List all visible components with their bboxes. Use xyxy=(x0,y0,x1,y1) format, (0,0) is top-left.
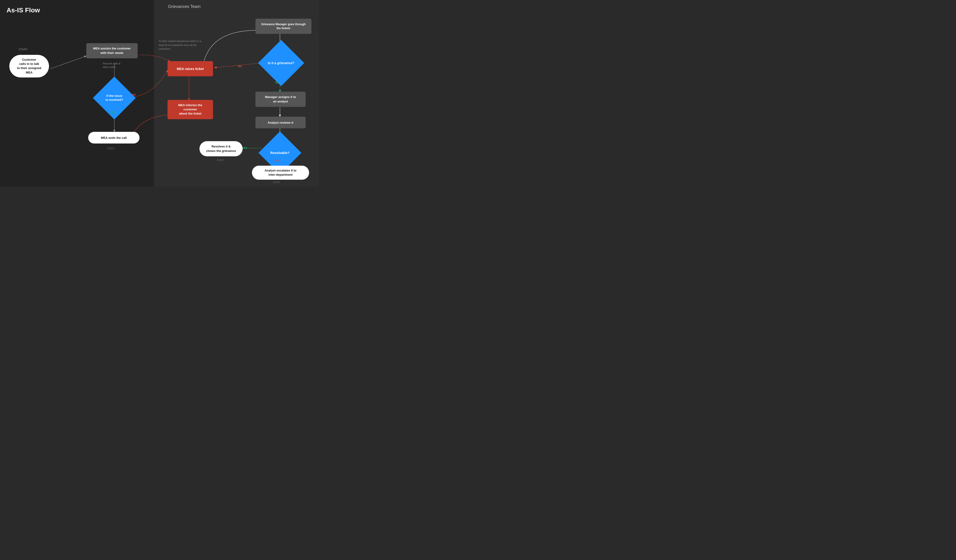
resolvable-text: Resolvable? xyxy=(270,151,289,155)
manager-assigns-text: Manager assigns it to an analyst xyxy=(265,95,296,103)
no-label-2: NO xyxy=(238,65,242,68)
if-issue-text: If the issue is resolved? xyxy=(105,94,123,102)
ends-label-1: ENDS xyxy=(107,147,115,150)
mea-assists-node: MEA assists the customer with their need… xyxy=(86,43,138,58)
manager-assigns-node: Manager assigns it to an analyst xyxy=(255,92,306,107)
is-grievance-diamond: Is it a grievance? xyxy=(261,43,301,83)
mea-informs-node: MEA informs the customer about the ticke… xyxy=(168,100,213,119)
mea-raises-ticket-text: MEA raises ticket xyxy=(177,67,204,71)
yes-label-1: YES xyxy=(110,111,115,114)
resolves-closes-text: Resolves it & closes the grievance xyxy=(206,145,236,153)
ends-label-2: ENDS xyxy=(217,159,224,162)
diagram-container: As-IS Flow Grievances Team xyxy=(0,0,319,187)
customer-calls-node: Customer calls in to talk to their assig… xyxy=(9,55,49,77)
analyst-reviews-text: Analyst reviews it xyxy=(268,121,294,124)
resolves-closes-node: Resolves it & closes the grievance xyxy=(200,141,243,156)
title-main: As-IS Flow xyxy=(6,6,40,14)
is-grievance-text: Is it a grievance? xyxy=(268,61,294,65)
no-label-1: NO xyxy=(132,93,136,96)
mea-informs-text: MEA informs the customer about the ticke… xyxy=(172,103,208,116)
ends-label-3: ENDS xyxy=(273,181,280,184)
mea-ends-call-text: MEA ends the call xyxy=(101,136,127,140)
analyst-reviews-node: Analyst reviews it xyxy=(255,117,306,128)
start-label: START xyxy=(19,48,28,51)
to-related-dept-label: To their related department which is a l… xyxy=(159,39,205,51)
records-calls-label: Records calls & takes notes xyxy=(103,62,120,69)
analyst-escalates-text: Analyst escalates it to inter-department xyxy=(264,168,297,177)
title-grievances: Grievances Team xyxy=(168,4,201,9)
analyst-escalates-node: Analyst escalates it to inter-department xyxy=(252,166,309,180)
yes-label-2: YES xyxy=(275,81,280,84)
grievance-manager-text: Grievance Manager goes through the ticke… xyxy=(261,22,306,30)
no-label-3: NO xyxy=(275,159,279,162)
mea-raises-ticket-node: MEA raises ticket xyxy=(168,61,213,76)
customer-calls-text: Customer calls in to talk to their assig… xyxy=(14,58,44,75)
grievance-manager-node: Grievance Manager goes through the ticke… xyxy=(255,19,311,34)
mea-assists-text: MEA assists the customer with their need… xyxy=(93,46,131,55)
mea-ends-call-node: MEA ends the call xyxy=(88,132,140,143)
yes-label-3: YES xyxy=(242,146,247,149)
